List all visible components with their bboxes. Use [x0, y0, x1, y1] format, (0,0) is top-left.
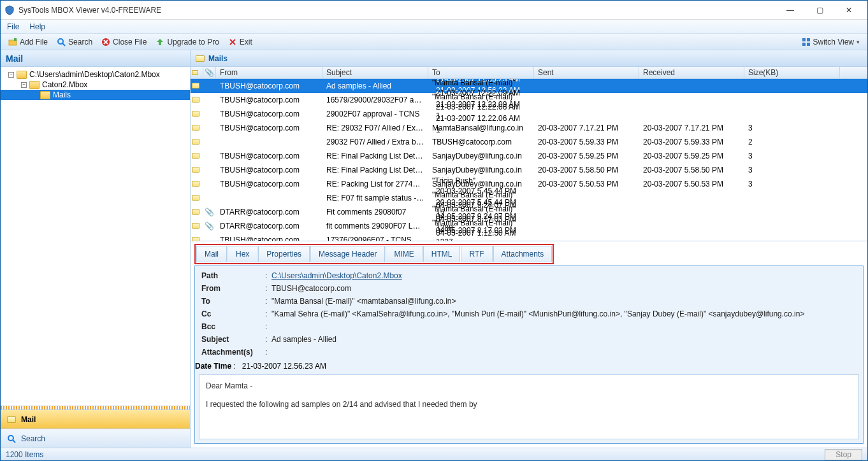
toolbar: Add File Search Close File Upgrade to Pr…	[1, 34, 867, 50]
stop-button[interactable]: Stop	[825, 449, 862, 460]
tree-mails[interactable]: Mails	[1, 90, 190, 100]
table-row[interactable]: TBUSH@catocorp.com17376/29096F07 - TCNS"…	[191, 233, 867, 241]
mail-icon	[192, 153, 199, 159]
table-row[interactable]: TBUSH@catocorp.comRE: Final Packing List…	[191, 149, 867, 163]
tab-rtf[interactable]: RTF	[461, 246, 492, 262]
tree-file[interactable]: − Caton2.Mbox	[1, 80, 190, 90]
grid-icon	[802, 38, 811, 46]
maximize-button[interactable]: ▢	[805, 1, 834, 20]
mail-icon	[192, 237, 199, 241]
detail-tabs: MailHexPropertiesMessage HeaderMIMEHTMLR…	[194, 244, 554, 264]
col-icon[interactable]	[191, 67, 203, 78]
cell-from: TBUSH@catocorp.com	[216, 178, 322, 190]
collapse-icon[interactable]: −	[8, 72, 14, 78]
cell-sent: 21-03-2007 12.22.06 AM	[432, 101, 534, 113]
detail-header: Path:C:\Users\admin\Desktop\Caton2.Mbox …	[195, 266, 863, 362]
cell-size: 2	[744, 136, 840, 148]
left-pane-header: Mail	[1, 50, 190, 67]
tree-root[interactable]: − C:\Users\admin\Desktop\Caton2.Mbox	[1, 69, 190, 80]
tab-html[interactable]: HTML	[423, 246, 461, 262]
col-sent[interactable]: Sent	[534, 67, 639, 78]
cell-subject: RE: Final Packing List Detail f...	[322, 164, 428, 176]
mail-icon	[196, 55, 205, 62]
collapse-icon[interactable]: −	[21, 82, 27, 88]
mails-header: Mails	[191, 50, 867, 67]
col-size[interactable]: Size(KB)	[744, 67, 840, 78]
grid-body[interactable]: TBUSH@catocorp.comAd samples - Allied"Ma…	[191, 79, 867, 241]
cc-value: "Kamal Sehra (E-mail)" <KamalSehra@lifun…	[271, 309, 857, 318]
col-attachment[interactable]: 📎	[203, 67, 216, 78]
col-to[interactable]: To	[428, 67, 534, 78]
folder-icon	[40, 91, 50, 99]
mail-icon	[192, 111, 199, 117]
cell-subject: Fit comments 29080f07	[322, 206, 428, 218]
tab-mail[interactable]: Mail	[196, 246, 227, 262]
tab-mime[interactable]: MIME	[386, 246, 422, 262]
chevron-down-icon: ▾	[857, 39, 860, 45]
bcc-label: Bcc	[201, 322, 265, 331]
table-row[interactable]: TBUSH@catocorp.comRE: 29032 F07/ Allied …	[191, 121, 867, 135]
svg-line-10	[13, 440, 15, 443]
attachment-icon: 📎	[205, 222, 214, 230]
menu-file[interactable]: File	[7, 22, 19, 31]
subject-value: Ad samples - Allied	[271, 335, 857, 344]
folder-plus-icon	[8, 38, 17, 46]
detail-tabs-wrap: MailHexPropertiesMessage HeaderMIMEHTMLR…	[191, 241, 867, 264]
folder-tree[interactable]: − C:\Users\admin\Desktop\Caton2.Mbox − C…	[1, 67, 190, 406]
exit-icon	[228, 38, 237, 46]
col-received[interactable]: Received	[639, 67, 744, 78]
datetime: Date Time : 21-03-2007 12.56.23 AM	[195, 362, 863, 371]
cell-to: SanjayDubey@lifung.co.in	[428, 150, 534, 162]
detail-pane: Path:C:\Users\admin\Desktop\Caton2.Mbox …	[194, 266, 864, 444]
svg-point-9	[8, 436, 13, 441]
search-icon	[7, 434, 16, 443]
cell-from: TBUSH@catocorp.com	[216, 150, 322, 162]
col-subject[interactable]: Subject	[322, 67, 428, 78]
cell-received: 04-05-2007 1.12.50 AM	[432, 239, 534, 241]
upgrade-icon	[156, 38, 164, 46]
cell-from: TBUSH@catocorp.com	[216, 108, 322, 120]
cell-sent: 20-03-2007 5.50.53 PM	[534, 178, 639, 190]
from-value: TBUSH@catocorp.com	[271, 284, 857, 293]
menu-help[interactable]: Help	[29, 22, 45, 31]
folder-icon	[17, 71, 27, 79]
app-icon	[4, 5, 15, 15]
subject-label: Subject	[201, 335, 265, 344]
mail-icon	[192, 181, 199, 187]
tab-attachments[interactable]: Attachments	[493, 246, 553, 262]
switch-view-button[interactable]: Switch View ▾	[798, 36, 864, 48]
cell-received: 20-03-2007 5.59.33 PM	[639, 136, 744, 148]
minimize-button[interactable]: —	[776, 1, 805, 20]
close-window-button[interactable]: ✕	[834, 1, 864, 20]
table-row[interactable]: TBUSH@catocorp.com29002F07 approval - TC…	[191, 107, 867, 121]
nav-mail[interactable]: Mail	[1, 409, 190, 429]
search-button[interactable]: Search	[53, 36, 96, 48]
add-file-button[interactable]: Add File	[4, 36, 52, 48]
tab-message-header[interactable]: Message Header	[310, 246, 385, 262]
right-pane: Mails 📎 From Subject To Sent Received Si…	[191, 50, 867, 448]
from-label: From	[201, 284, 265, 293]
bcc-value	[271, 322, 857, 331]
svg-point-2	[58, 39, 63, 44]
close-file-button[interactable]: Close File	[98, 36, 150, 48]
to-value: "Mamta Bansal (E-mail)" <mamtabansal@lif…	[271, 297, 857, 306]
menubar: File Help	[1, 20, 867, 34]
cell-from: TBUSH@catocorp.com	[216, 234, 322, 241]
cell-sent: 20-03-2007 5.59.33 PM	[534, 136, 639, 148]
cell-to: "Mamta Bansal (E-mail)" 04-05-2007 1.12.…	[428, 217, 534, 241]
path-link[interactable]: C:\Users\admin\Desktop\Caton2.Mbox	[271, 271, 402, 280]
window-title: SysTools MBOX Viewer v4.0-FREEWARE	[18, 6, 776, 15]
tab-properties[interactable]: Properties	[258, 246, 310, 262]
col-from[interactable]: From	[216, 67, 322, 78]
exit-button[interactable]: Exit	[224, 36, 256, 48]
cell-subject: RE: F07 fit sample status - All...	[322, 192, 428, 204]
mail-icon	[192, 139, 199, 145]
cell-subject: fit comments 29090F07 Lovec...	[322, 220, 428, 232]
table-row[interactable]: 29032 F07/ Allied / Extra butt...TBUSH@c…	[191, 135, 867, 149]
nav-search[interactable]: Search	[1, 429, 190, 448]
tab-hex[interactable]: Hex	[228, 246, 257, 262]
upgrade-button[interactable]: Upgrade to Pro	[152, 36, 222, 48]
svg-rect-5	[802, 38, 806, 41]
mail-grid: 📎 From Subject To Sent Received Size(KB)…	[191, 67, 867, 241]
message-body[interactable]: Dear Mamta - I requested the following a…	[199, 374, 859, 439]
